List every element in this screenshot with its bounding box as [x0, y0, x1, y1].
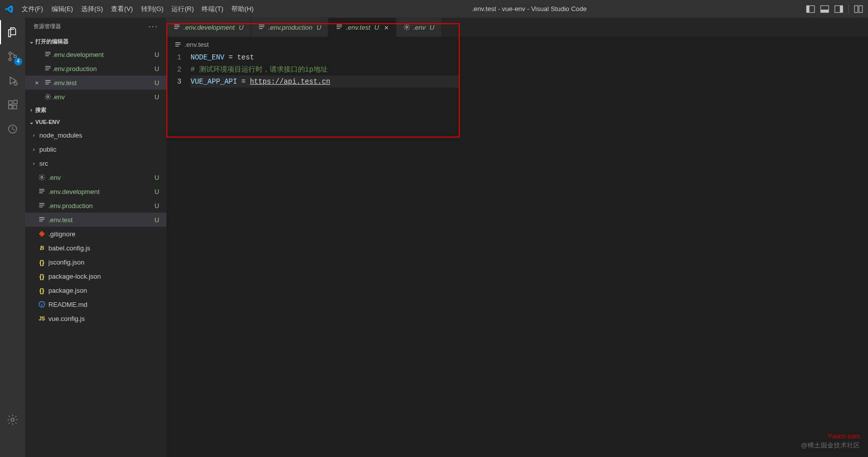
- babel-icon: B: [37, 244, 46, 252]
- file-item[interactable]: {}package-lock.json: [25, 269, 166, 283]
- main-menu: 文件(F) 编辑(E) 选择(S) 查看(V) 转到(G) 运行(R) 终端(T…: [18, 0, 258, 18]
- open-editor-item[interactable]: .env.productionU: [25, 61, 166, 76]
- file-label: .env.test: [46, 216, 155, 224]
- line-number: 1: [167, 51, 181, 63]
- vcs-status: U: [155, 79, 161, 87]
- svg-point-19: [41, 176, 43, 178]
- file-label: README.md: [46, 301, 161, 308]
- activity-extensions[interactable]: [0, 93, 25, 117]
- svg-point-11: [14, 82, 17, 85]
- title-bar: 文件(F) 编辑(E) 选择(S) 查看(V) 转到(G) 运行(R) 终端(T…: [0, 0, 868, 18]
- breadcrumbs[interactable]: .env.test: [167, 38, 459, 51]
- open-editors-section[interactable]: ⌄ 打开的编辑器: [25, 35, 166, 47]
- code-highlight-box: .env.test 123 NODE_ENV = test# 测试环境项目运行时…: [166, 23, 460, 138]
- file-item[interactable]: .env.productionU: [25, 199, 166, 213]
- file-item[interactable]: .envU: [25, 170, 166, 184]
- menu-file[interactable]: 文件(F): [18, 0, 47, 18]
- file-label: .env.test: [52, 79, 155, 87]
- json-icon: {}: [37, 273, 46, 280]
- menu-terminal[interactable]: 终端(T): [198, 0, 227, 18]
- lines-icon: [37, 202, 46, 209]
- sidebar-title: 资源管理器: [33, 23, 61, 30]
- menu-view[interactable]: 查看(V): [107, 0, 137, 18]
- watermark-credit: @稀土掘金技术社区: [801, 441, 860, 450]
- vcs-status: U: [155, 51, 161, 58]
- open-editor-item[interactable]: .envU: [25, 90, 166, 104]
- chevron-down-icon: ⌄: [27, 38, 35, 45]
- gear-icon: [43, 93, 52, 100]
- svg-point-18: [47, 96, 49, 98]
- vcs-status: U: [155, 188, 161, 195]
- activity-timeline[interactable]: [0, 117, 25, 141]
- code-line[interactable]: NODE_ENV = test: [191, 51, 459, 63]
- svg-rect-15: [14, 100, 17, 104]
- file-label: .env.development: [46, 188, 155, 195]
- open-editor-item[interactable]: .env.developmentU: [25, 47, 166, 61]
- git-icon: [37, 230, 46, 237]
- code-line[interactable]: # 测试环境项目运行时，请求接口的ip地址: [191, 63, 459, 76]
- menu-go[interactable]: 转到(G): [137, 0, 168, 18]
- chevron-down-icon: ⌄: [27, 119, 35, 125]
- activity-explorer[interactable]: [0, 20, 25, 44]
- window-title: .env.test - vue-env - Visual Studio Code: [258, 5, 801, 13]
- lines-icon: [37, 216, 46, 223]
- vcs-status: U: [155, 65, 161, 73]
- file-lines-icon: [174, 41, 181, 48]
- file-item[interactable]: .env.testU: [25, 213, 166, 227]
- file-item[interactable]: {}jsconfig.json: [25, 255, 166, 269]
- file-item[interactable]: .env.developmentU: [25, 184, 166, 199]
- toggle-panel-icon[interactable]: [820, 5, 829, 14]
- file-item[interactable]: {}package.json: [25, 283, 166, 297]
- toggle-primary-sidebar-icon[interactable]: [806, 5, 815, 14]
- svg-rect-5: [840, 6, 843, 13]
- breadcrumb-file: .env.test: [184, 41, 209, 48]
- close-icon[interactable]: ×: [30, 79, 43, 87]
- sidebar-more-icon[interactable]: ···: [149, 22, 158, 31]
- layout-controls: [801, 5, 868, 14]
- folder-item[interactable]: ›public: [25, 142, 166, 156]
- lines-icon: [43, 79, 52, 86]
- file-label: .env.production: [52, 65, 155, 73]
- menu-selection[interactable]: 选择(S): [77, 0, 107, 18]
- explorer-sidebar: 资源管理器 ··· ⌄ 打开的编辑器 .env.developmentU.env…: [25, 18, 166, 457]
- js-icon: JS: [37, 316, 46, 321]
- svg-rect-6: [854, 6, 858, 13]
- activity-scm[interactable]: 4: [0, 44, 25, 69]
- chevron-right-icon: ›: [30, 160, 37, 166]
- file-label: package.json: [46, 287, 161, 294]
- svg-rect-3: [821, 10, 829, 13]
- vcs-status: U: [155, 93, 161, 101]
- file-label: package-lock.json: [46, 273, 161, 280]
- chevron-right-icon: ›: [30, 132, 37, 138]
- customize-layout-icon[interactable]: [854, 5, 863, 14]
- activity-settings[interactable]: [0, 408, 25, 432]
- activity-run-debug[interactable]: [0, 69, 25, 93]
- file-item[interactable]: JSvue.config.js: [25, 311, 166, 325]
- file-item[interactable]: README.md: [25, 297, 166, 311]
- menu-help[interactable]: 帮助(H): [227, 0, 258, 18]
- line-number: 2: [167, 63, 181, 76]
- code-line[interactable]: VUE_APP_API = https://api.test.cn: [191, 76, 459, 88]
- code-editor[interactable]: 123 NODE_ENV = test# 测试环境项目运行时，请求接口的ip地址…: [167, 51, 459, 88]
- folder-label: public: [37, 146, 161, 153]
- json-icon: {}: [37, 287, 46, 294]
- file-item[interactable]: .gitignore: [25, 227, 166, 241]
- editor-area: .env.developmentU.env.productionU.env.te…: [166, 18, 868, 457]
- file-label: .env: [46, 174, 155, 181]
- line-gutter: 123: [167, 51, 191, 88]
- toggle-secondary-sidebar-icon[interactable]: [834, 5, 843, 14]
- file-item[interactable]: Bbabel.config.js: [25, 241, 166, 255]
- folder-item[interactable]: ›node_modules: [25, 128, 166, 142]
- gear-icon: [37, 174, 46, 181]
- svg-rect-7: [859, 6, 862, 13]
- menu-edit[interactable]: 编辑(E): [47, 0, 77, 18]
- search-section[interactable]: › 搜索: [25, 104, 166, 116]
- menu-run[interactable]: 运行(R): [167, 0, 198, 18]
- file-label: .env.development: [52, 51, 155, 58]
- svg-rect-12: [9, 101, 12, 104]
- project-section[interactable]: ⌄ VUE-ENV: [25, 116, 166, 128]
- open-editor-item[interactable]: ×.env.testU: [25, 76, 166, 90]
- folder-item[interactable]: ›src: [25, 156, 166, 170]
- vcs-status: U: [155, 202, 161, 210]
- file-label: vue.config.js: [46, 315, 161, 322]
